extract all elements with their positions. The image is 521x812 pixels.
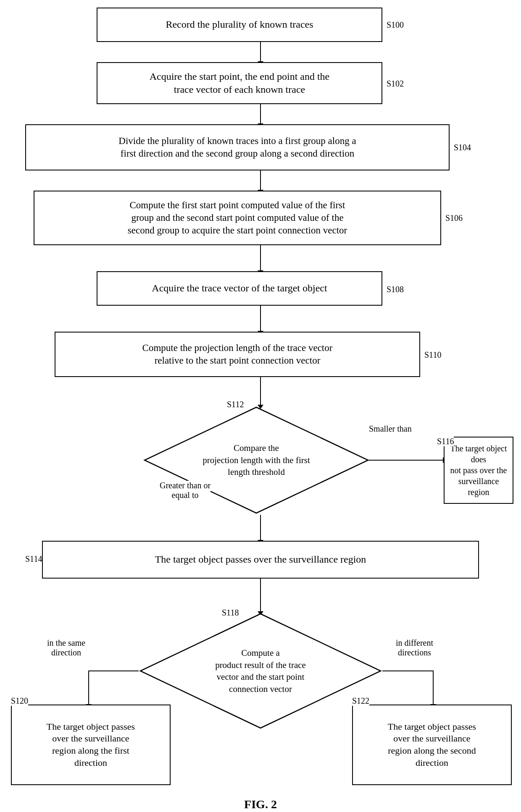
box-s114: The target object passes over the survei… (42, 541, 479, 579)
label-s122: S122 (352, 696, 369, 706)
box-s108: Acquire the trace vector of the target o… (97, 271, 382, 306)
label-s106: S106 (445, 213, 463, 223)
box-s104: Divide the plurality of known traces int… (25, 124, 450, 170)
arrow-s102-s104 (260, 104, 261, 124)
diamond-s118-label: Compute a product result of the trace ve… (175, 647, 346, 695)
box-s102: Acquire the start point, the end point a… (97, 62, 382, 104)
arrow-s118-s122 (433, 671, 434, 705)
label-s112: S112 (227, 400, 244, 409)
diamond-s118: Compute a product result of the trace ve… (139, 612, 382, 730)
arrow-s114-s118 (260, 579, 261, 612)
label-s118: S118 (222, 608, 239, 618)
label-smaller-than: Smaller than (369, 424, 412, 434)
flowchart: Record the plurality of known traces S10… (0, 0, 521, 789)
arrow-s108-s110 (260, 306, 261, 332)
box-s122: The target object passes over the survei… (352, 705, 512, 785)
label-same-direction: in the same direction (47, 638, 85, 657)
box-s106: Compute the first start point computed v… (34, 191, 441, 245)
label-s102: S102 (387, 79, 404, 89)
label-s100: S100 (387, 20, 404, 30)
box-s120: The target object passes over the survei… (11, 705, 171, 785)
box-s110: Compute the projection length of the tra… (55, 332, 420, 377)
label-s108: S108 (387, 285, 404, 294)
box-s116: The target object does not pass over the… (444, 437, 513, 504)
arrow-s104-s106 (260, 170, 261, 191)
arrow-s112-s114 (260, 515, 261, 541)
label-s116: S116 (437, 437, 454, 446)
box-s100: Record the plurality of known traces (97, 8, 382, 42)
label-s104: S104 (454, 143, 471, 152)
arrow-s100-s102 (260, 42, 261, 62)
arrow-s106-s108 (260, 245, 261, 271)
line-s118-right (382, 671, 433, 671)
label-s120: S120 (11, 696, 28, 706)
line-s118-left (88, 671, 139, 671)
arrow-s110-s112 (260, 377, 261, 406)
diamond-s112-label: Compare the projection length with the f… (177, 442, 336, 478)
label-s110: S110 (424, 350, 441, 360)
arrow-s118-s120 (88, 671, 89, 705)
label-greater-than: Greater than or equal to (160, 481, 211, 500)
label-different-directions: in different directions (396, 638, 433, 657)
label-s114: S114 (25, 554, 42, 564)
arrow-s112-s116 (368, 460, 444, 461)
